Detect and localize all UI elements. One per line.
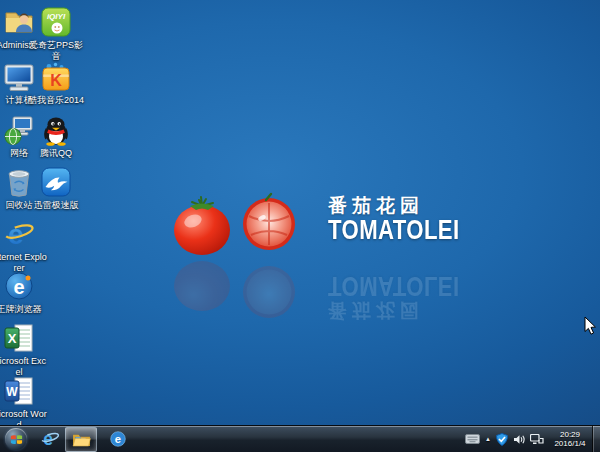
clock-time: 20:29 [551,430,589,439]
svg-text:e: e [8,219,24,250]
desktop-icon-xunlei[interactable]: 迅雷极速版 [27,166,85,211]
desktop-icon-iqiyi-pps[interactable]: iQIYI 爱奇艺PPS影音 [27,6,85,61]
qq-penguin-icon [40,114,72,146]
desktop-icon-label: 王牌浏览器 [0,304,48,315]
desktop-icon-label: Microsoft Excel [0,356,48,377]
excel-icon: X [3,322,35,354]
svg-text:X: X [8,331,17,346]
desktop-icon-label: 爱奇艺PPS影音 [27,40,85,61]
mouse-cursor [584,316,596,335]
tomatoes-image [166,188,312,258]
input-method-keyboard-icon[interactable] [465,434,480,444]
taskbar-clock[interactable]: 20:29 2016/1/4 [549,430,591,448]
ie-icon: e [3,218,35,250]
word-icon: W [3,375,35,407]
tomatolei-logo: 番茄花园 TOMATOLEI [166,188,489,258]
logo-title-english: TOMATOLEI [328,216,460,244]
desktop-icon-kuwo-music[interactable]: K 酷我音乐2014 [27,61,85,106]
network-icon[interactable] [530,434,544,445]
desktop-icon-label: 腾讯QQ [27,148,85,159]
browser-e-icon: e [3,270,35,302]
taskbar-ie-button[interactable]: e [37,427,63,451]
desktop-icon-wangpai-browser[interactable]: e 王牌浏览器 [0,270,48,315]
desktop-icon-excel[interactable]: X Microsoft Excel [0,322,48,377]
ie-icon: e [40,429,60,449]
windows-logo-icon [10,433,23,446]
browser-e-icon: e [109,430,127,448]
svg-text:K: K [50,72,62,89]
taskbar-browser-button[interactable]: e [105,427,131,451]
iqiyi-pps-icon: iQIYI [40,6,72,38]
folder-icon [72,432,91,447]
svg-text:iQIYI: iQIYI [47,12,66,21]
taskbar-explorer-button[interactable] [65,427,97,452]
start-button[interactable] [5,428,27,450]
show-hidden-icons-button[interactable]: ▲ [485,436,491,442]
system-tray: ▲ 20:29 2016/1/4 [465,426,591,452]
desktop-icon-word[interactable]: W Microsoft Word [0,375,48,430]
desktop-icon-label: 迅雷极速版 [27,200,85,211]
desktop-icon-tencent-qq[interactable]: 腾讯QQ [27,114,85,159]
clock-date: 2016/1/4 [551,439,589,448]
volume-icon[interactable] [513,434,525,445]
xunlei-bird-icon [40,166,72,198]
security-shield-icon[interactable] [496,433,508,446]
desktop-icon-internet-explorer[interactable]: e Internet Explorer [0,218,48,273]
svg-text:e: e [43,429,53,449]
svg-text:e: e [115,433,121,445]
show-desktop-button[interactable] [592,426,600,452]
kuwo-music-icon: K [40,61,72,93]
taskbar: e e ▲ [0,425,600,452]
logo-title-chinese: 番茄花园 [328,196,489,216]
svg-text:W: W [6,385,18,399]
svg-text:e: e [13,276,24,298]
desktop-icon-label: 酷我音乐2014 [27,95,85,106]
logo-reflection: 番茄花园 TOMATOLEI [166,258,489,328]
